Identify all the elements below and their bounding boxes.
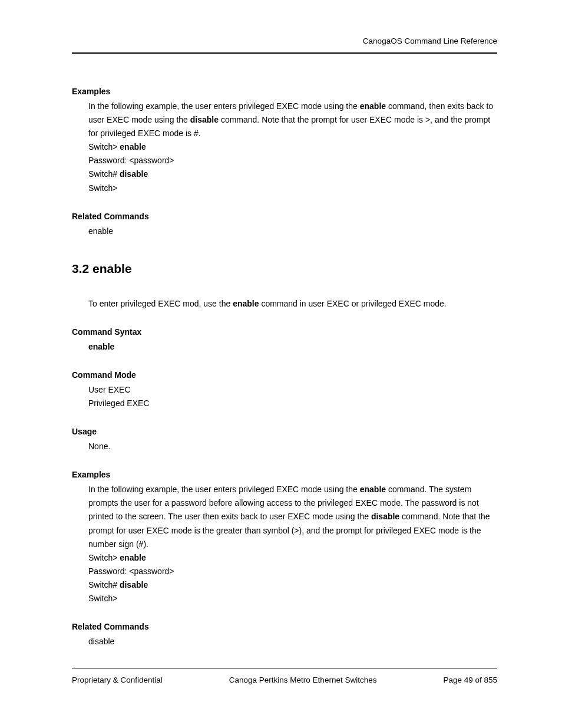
text: In the following example, the user enter… [88, 101, 360, 111]
prompt: Switch> [88, 553, 120, 562]
related-commands-block-2: Related Commands disable [72, 622, 497, 648]
syntax-block: Command Syntax enable [72, 327, 497, 354]
cmd-disable: disable [371, 512, 399, 521]
examples-block-1: Examples In the following example, the u… [72, 87, 497, 195]
examples-block-2: Examples In the following example, the u… [72, 470, 497, 605]
cli-line: Switch> enable [88, 140, 497, 154]
content-area: Examples In the following example, the u… [72, 54, 497, 648]
related-text: enable [88, 225, 497, 238]
running-header: CanogaOS Command Line Reference [72, 37, 497, 50]
usage-text: None. [88, 440, 497, 453]
cli-line: Switch# disable [88, 578, 497, 592]
text: To enter privileged EXEC mod, use the [88, 299, 233, 308]
footer-right: Page 49 of 855 [443, 676, 497, 684]
footer-left: Proprietary & Confidential [72, 676, 163, 684]
examples-label: Examples [72, 470, 497, 479]
cli-line: Switch> [88, 182, 497, 195]
related-body: disable [72, 635, 497, 648]
cmd: enable [120, 553, 146, 562]
text: In the following example, the user enter… [88, 485, 360, 494]
cmd-enable: enable [233, 299, 259, 308]
examples-paragraph: In the following example, the user enter… [88, 483, 497, 551]
cmd: disable [120, 169, 148, 179]
section-heading: 3.2 enable [72, 262, 497, 276]
cli-line: Switch# disable [88, 167, 497, 181]
text: command in user EXEC or privileged EXEC … [259, 299, 447, 308]
related-label: Related Commands [72, 212, 497, 221]
cmd: enable [120, 142, 146, 151]
syntax-label: Command Syntax [72, 327, 497, 337]
intro-block: To enter privileged EXEC mod, use the en… [72, 297, 497, 311]
prompt: Switch# [88, 580, 120, 589]
intro-paragraph: To enter privileged EXEC mod, use the en… [88, 297, 497, 311]
cli-line: Password: <password> [88, 565, 497, 578]
examples-paragraph: In the following example, the user enter… [88, 100, 497, 140]
examples-body: In the following example, the user enter… [72, 100, 497, 195]
cmd: disable [120, 580, 148, 589]
related-commands-block-1: Related Commands enable [72, 212, 497, 238]
usage-block: Usage None. [72, 427, 497, 453]
examples-label: Examples [72, 87, 497, 96]
usage-label: Usage [72, 427, 497, 436]
prompt: Switch> [88, 142, 120, 151]
mode-body: User EXEC Privileged EXEC [72, 383, 497, 410]
cmd-disable: disable [190, 115, 219, 124]
cli-line: Switch> [88, 592, 497, 605]
footer-row: Proprietary & Confidential Canoga Pertki… [72, 668, 497, 684]
footer-center: Canoga Pertkins Metro Ethernet Switches [229, 676, 377, 684]
prompt: Switch# [88, 169, 120, 179]
cli-line: Password: <password> [88, 154, 497, 167]
footer: Proprietary & Confidential Canoga Pertki… [72, 668, 497, 684]
mode-line: Privileged EXEC [88, 397, 497, 410]
syntax-text: enable [88, 340, 497, 354]
examples-body: In the following example, the user enter… [72, 483, 497, 605]
cli-line: Switch> enable [88, 551, 497, 565]
related-label: Related Commands [72, 622, 497, 631]
usage-body: None. [72, 440, 497, 453]
syntax-body: enable [72, 340, 497, 354]
related-body: enable [72, 225, 497, 238]
page: CanogaOS Command Line Reference Examples… [0, 0, 562, 728]
cmd-enable: enable [360, 101, 386, 111]
mode-line: User EXEC [88, 383, 497, 397]
related-text: disable [88, 635, 497, 648]
mode-label: Command Mode [72, 370, 497, 380]
mode-block: Command Mode User EXEC Privileged EXEC [72, 370, 497, 410]
cmd-enable: enable [360, 485, 386, 494]
